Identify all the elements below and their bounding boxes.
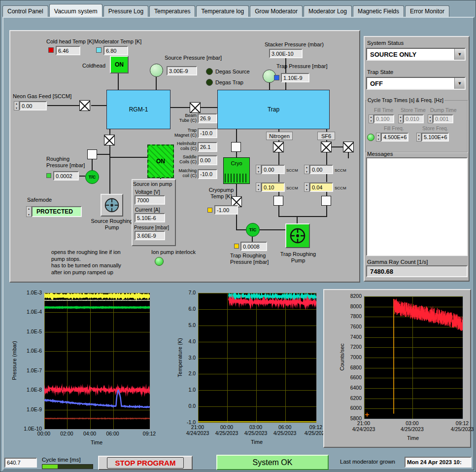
ion-pump-interlock-label: Ion pump interlock xyxy=(151,249,196,255)
neon-feed-spinner[interactable] xyxy=(14,101,19,110)
trap-pressure-value: 1.10E-9 xyxy=(281,73,309,82)
x-tick-label: 4/25/2023 xyxy=(273,430,297,436)
trap-roughing-pressure-value: 0.0008 xyxy=(240,242,267,251)
tab-moderator-log[interactable]: Moderator Log xyxy=(304,5,352,17)
last-moderator-label: Last moderator grown xyxy=(340,459,395,465)
coldhead-label: Coldhead xyxy=(82,63,105,69)
saddle-value: 0.00 xyxy=(198,155,217,165)
cryo-closed-valve-icon xyxy=(231,142,241,152)
y-tick-label: 7.0 xyxy=(170,290,196,295)
safemode-spinner[interactable] xyxy=(26,206,32,217)
safemode-value[interactable]: PROTECTED xyxy=(32,206,82,217)
y-tick-label: 1.0 xyxy=(170,387,196,393)
tab-grow-moderator[interactable]: Grow Moderator xyxy=(250,5,303,17)
pipe xyxy=(278,206,279,217)
neon-feed-label: Neon Gas Feed [SCCM] xyxy=(13,93,71,100)
saddle-label: Saddle Coils (C) xyxy=(174,154,197,164)
rgm1-vessel: RGM-1 xyxy=(106,90,170,129)
store-time-spinner[interactable] xyxy=(398,114,403,123)
pipe xyxy=(278,174,279,182)
roughing-valve-icon xyxy=(104,135,115,145)
sf6-flow-spinner[interactable] xyxy=(304,182,309,192)
y-tick-label: 7800 xyxy=(336,313,362,319)
source-thermocouple: T/C xyxy=(85,170,99,184)
cycle-trap-title: Cycle Trap Times [s] & Freq. [Hz] xyxy=(367,97,444,104)
pipe xyxy=(326,192,327,196)
neon-feed-value[interactable]: 0.00 xyxy=(19,101,47,110)
tab-error-monitor[interactable]: Error Monitor xyxy=(405,5,449,17)
pipe xyxy=(326,206,327,217)
pipe xyxy=(326,152,327,165)
pipe xyxy=(170,107,190,108)
cold-head-indicator-icon xyxy=(48,47,54,53)
messages-box xyxy=(366,157,468,256)
dump-time-value[interactable]: 0.001 xyxy=(433,114,453,123)
tab-temperature-log[interactable]: Temperature log xyxy=(196,5,249,17)
pipe xyxy=(278,152,279,165)
pipe xyxy=(326,174,327,182)
y-tick-label: 1.0E-6 xyxy=(16,348,42,354)
beam-valve-icon xyxy=(190,102,201,113)
n2-flow-value[interactable]: 0.10 xyxy=(261,182,285,192)
source-pressure-value: 3.00E-9 xyxy=(167,66,197,75)
sf6-setpoint-unit: SCCM xyxy=(335,167,346,174)
coldhead-on-button[interactable]: ON xyxy=(110,56,129,73)
system-status-dropdown[interactable]: SOURCE ONLY ▼ xyxy=(366,48,466,61)
cycle-time-label: Cycle time [ms] xyxy=(42,457,81,463)
y-tick-label: 3.0 xyxy=(170,355,196,361)
tab-control-panel[interactable]: Control Panel xyxy=(2,5,48,17)
chevron-down-icon[interactable]: ▼ xyxy=(454,78,465,89)
trap-pump-label: Trap Roughing Pump xyxy=(278,251,318,264)
trap-state-dropdown[interactable]: OFF ▼ xyxy=(366,77,466,90)
tab-temperatures[interactable]: Temperatures xyxy=(149,5,195,17)
ion-pump-voltage-label: Voltage [V] xyxy=(135,189,160,195)
degas-trap-led-icon[interactable] xyxy=(206,79,213,86)
roughing-pressure-value: 0.0002 xyxy=(53,171,79,181)
pressure-history-chart: 1.0E-31.0E-41.0E-51.0E-61.0E-71.0E-81.0E… xyxy=(5,289,159,459)
store-time-value[interactable]: 0.010 xyxy=(403,114,424,123)
sf6-setpoint-spinner[interactable] xyxy=(304,165,309,174)
store-freq-value[interactable]: 5.100E+6 xyxy=(421,133,449,142)
fill-time-label: Fill Time xyxy=(374,107,393,113)
nitrogen-closed-valve-icon xyxy=(273,196,283,206)
sf6-setpoint-value[interactable]: 0.00 xyxy=(309,165,333,174)
ion-pump-valve-button[interactable]: ON xyxy=(147,145,174,178)
fill-time-value[interactable]: 0.100 xyxy=(374,114,394,123)
dump-time-spinner[interactable] xyxy=(428,114,433,123)
sf6-flow-value[interactable]: 0.04 xyxy=(309,182,333,192)
ion-pump-pressure-label: Pressure [mbar] xyxy=(134,224,169,231)
matching-coil-value: -10.0 xyxy=(198,169,217,179)
fill-freq-value[interactable]: 4.500E+6 xyxy=(381,133,408,142)
tab-vacuum-system[interactable]: Vacuum system xyxy=(49,4,102,17)
y-tick-label: 6600 xyxy=(336,374,362,380)
sf6-flow-unit: SCCM xyxy=(335,185,346,191)
degas-source-label: Degas Source xyxy=(215,69,250,75)
pipe xyxy=(79,176,85,177)
roughing-closed-valve-icon xyxy=(87,149,97,159)
n2-flow-spinner[interactable] xyxy=(256,182,261,192)
pipe xyxy=(156,77,157,90)
safemode-label: Safemode xyxy=(27,197,52,203)
store-freq-spinner[interactable] xyxy=(416,133,421,142)
fill-time-spinner[interactable] xyxy=(369,114,374,123)
moderator-temp-value: 6.80 xyxy=(103,46,128,55)
chevron-down-icon[interactable]: ▼ xyxy=(454,49,465,60)
ion-pump-interlock-led[interactable] xyxy=(155,257,164,266)
degas-source-led-icon[interactable] xyxy=(206,68,213,75)
cycle-led[interactable] xyxy=(367,134,374,141)
x-tick-label: 02:00 xyxy=(60,431,73,436)
y-tick-label: 7600 xyxy=(336,324,362,329)
store-freq-label: Store Freq. xyxy=(422,125,448,132)
stop-program-button[interactable]: STOP PROGRAM xyxy=(98,456,193,470)
beam-tube-value: 26.9 xyxy=(198,113,217,123)
n2-setpoint-value[interactable]: 0.00 xyxy=(261,165,285,174)
nitrogen-valve-icon xyxy=(273,142,284,152)
y-tick-label: 8000 xyxy=(336,303,362,309)
n2-setpoint-spinner[interactable] xyxy=(256,165,261,174)
nitrogen-label: Nitrogen xyxy=(266,132,293,140)
tab-magnetic-fields[interactable]: Magnetic Fields xyxy=(353,5,404,17)
pipe xyxy=(91,105,106,106)
tab-pressure-log[interactable]: Pressure Log xyxy=(103,5,148,17)
fill-freq-spinner[interactable] xyxy=(376,133,381,142)
matching-coil-label: Matching coil (C) xyxy=(174,168,197,178)
